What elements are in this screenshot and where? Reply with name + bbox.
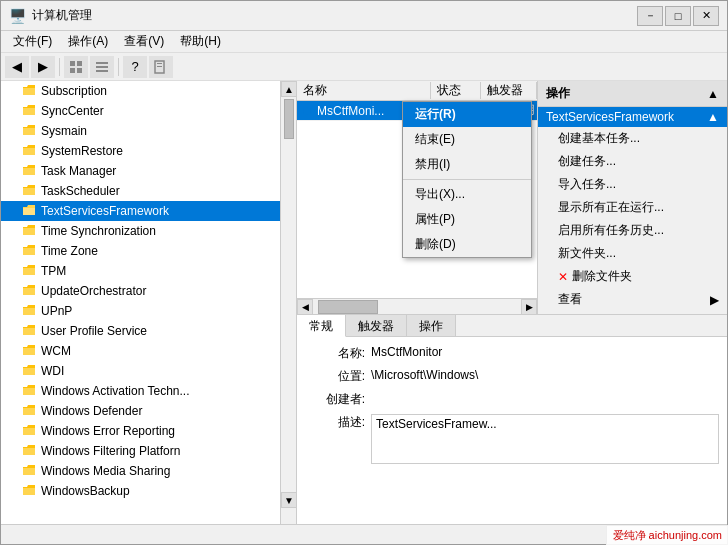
ops-delete-folder[interactable]: ✕ 删除文件夹 (538, 265, 727, 288)
ctx-run[interactable]: 运行(R) (403, 102, 531, 127)
table-horizontal-scrollbar[interactable]: ◀ ▶ (297, 298, 537, 314)
folder-icon (21, 383, 37, 399)
export-button[interactable] (149, 56, 173, 78)
ctx-properties[interactable]: 属性(P) (403, 207, 531, 232)
sidebar-item-wcm[interactable]: WCM (1, 341, 296, 361)
sidebar-item-userprofile[interactable]: User Profile Service (1, 321, 296, 341)
sidebar-scroll-container[interactable]: Subscription SyncCenter Sysmain (1, 81, 296, 524)
tab-actions[interactable]: 操作 (407, 315, 456, 336)
scroll-track[interactable] (313, 299, 521, 314)
sidebar-item-textservices[interactable]: TextServicesFramework (1, 201, 296, 221)
menu-help[interactable]: 帮助(H) (172, 31, 229, 52)
window-frame: 🖥️ 计算机管理 － □ ✕ 文件(F) 操作(A) 查看(V) 帮助(H) ◀… (0, 0, 728, 545)
ops-show-running[interactable]: 显示所有正在运行... (538, 196, 727, 219)
sidebar-item-taskscheduler[interactable]: TaskScheduler (1, 181, 296, 201)
sidebar-item-synccenter[interactable]: SyncCenter (1, 101, 296, 121)
sidebar-item-upnp[interactable]: UPnP (1, 301, 296, 321)
operations-panel: 操作 ▲ TextServicesFramework ▲ 创建基本任务... 创… (537, 81, 727, 314)
tab-triggers[interactable]: 触发器 (346, 315, 407, 336)
sidebar-label-timezone: Time Zone (41, 244, 98, 258)
detail-content: 名称: MsCtfMonitor 位置: \Microsoft\Windows\… (297, 337, 727, 472)
sidebar-label-sysmain: Sysmain (41, 124, 87, 138)
ops-view[interactable]: 查看 ▶ (538, 288, 727, 311)
detail-tabs: 常规 触发器 操作 (297, 315, 727, 337)
sidebar-label-systemrestore: SystemRestore (41, 144, 123, 158)
scroll-right-button[interactable]: ▶ (521, 299, 537, 315)
scroll-h-thumb[interactable] (318, 300, 378, 314)
ops-enable-history[interactable]: 启用所有任务历史... (538, 219, 727, 242)
folder-icon (21, 443, 37, 459)
sidebar-item-sysmain[interactable]: Sysmain (1, 121, 296, 141)
folder-icon (21, 203, 37, 219)
sidebar-item-windowsfiltering[interactable]: Windows Filtering Platforn (1, 441, 296, 461)
th-status[interactable]: 状态 (431, 82, 481, 99)
menu-action[interactable]: 操作(A) (60, 31, 116, 52)
back-button[interactable]: ◀ (5, 56, 29, 78)
sidebar-item-timesync[interactable]: Time Synchronization (1, 221, 296, 241)
menu-view[interactable]: 查看(V) (116, 31, 172, 52)
sidebar-item-windowsmediasharing[interactable]: Windows Media Sharing (1, 461, 296, 481)
th-trigger[interactable]: 触发器 (481, 82, 537, 99)
sidebar-label-wdi: WDI (41, 364, 64, 378)
description-value: TextServicesFramew... (371, 414, 719, 464)
ops-collapse-icon[interactable]: ▲ (707, 87, 719, 101)
close-button[interactable]: ✕ (693, 6, 719, 26)
title-bar: 🖥️ 计算机管理 － □ ✕ (1, 1, 727, 31)
sidebar-item-windowserrorreporting[interactable]: Windows Error Reporting (1, 421, 296, 441)
window-title: 计算机管理 (32, 7, 92, 24)
sidebar-label-windowsdefender: Windows Defender (41, 404, 142, 418)
name-label: 名称: (305, 345, 365, 362)
minimize-button[interactable]: － (637, 6, 663, 26)
sidebar-label-userprofile: User Profile Service (41, 324, 147, 338)
ops-new-folder[interactable]: 新文件夹... (538, 242, 727, 265)
tab-general[interactable]: 常规 (297, 315, 346, 337)
sidebar-label-timesync: Time Synchronization (41, 224, 156, 238)
sidebar-label-tpm: TPM (41, 264, 66, 278)
delete-folder-icon: ✕ (558, 270, 568, 284)
ctx-end[interactable]: 结束(E) (403, 127, 531, 152)
scroll-thumb[interactable] (284, 99, 294, 139)
scroll-left-button[interactable]: ◀ (297, 299, 313, 315)
scroll-up-arrow[interactable]: ▲ (281, 81, 297, 97)
ops-section-collapse[interactable]: ▲ (707, 110, 719, 124)
sidebar-label-windowsmediasharing: Windows Media Sharing (41, 464, 170, 478)
folder-icon (21, 403, 37, 419)
ctx-export[interactable]: 导出(X)... (403, 182, 531, 207)
ops-create-task[interactable]: 创建任务... (538, 150, 727, 173)
forward-button[interactable]: ▶ (31, 56, 55, 78)
sidebar-item-taskmanager[interactable]: Task Manager (1, 161, 296, 181)
app-icon: 🖥️ (9, 8, 26, 24)
sidebar-item-subscription[interactable]: Subscription (1, 81, 296, 101)
ops-enable-history-label: 启用所有任务历史... (558, 222, 664, 239)
maximize-button[interactable]: □ (665, 6, 691, 26)
sidebar-item-windowsactivation[interactable]: Windows Activation Techn... (1, 381, 296, 401)
show-hide-button[interactable] (64, 56, 88, 78)
watermark: 爱纯净 aichunjing.com (606, 525, 728, 545)
ctx-disable[interactable]: 禁用(I) (403, 152, 531, 177)
sidebar-item-wdi[interactable]: WDI (1, 361, 296, 381)
sidebar-item-windowsdefender[interactable]: Windows Defender (1, 401, 296, 421)
sidebar-item-systemrestore[interactable]: SystemRestore (1, 141, 296, 161)
folder-icon (21, 323, 37, 339)
table-header: 名称 状态 触发器 (297, 81, 537, 101)
help-button[interactable]: ? (123, 56, 147, 78)
folder-icon (21, 363, 37, 379)
menu-file[interactable]: 文件(F) (5, 31, 60, 52)
list-button[interactable] (90, 56, 114, 78)
context-menu: 运行(R) 结束(E) 禁用(I) 导出(X)... 属性(P) 删除(D) (402, 101, 532, 258)
location-value: \Microsoft\Windows\ (371, 368, 719, 385)
sidebar-item-updateorchestrator[interactable]: UpdateOrchestrator (1, 281, 296, 301)
scroll-down-arrow[interactable]: ▼ (281, 492, 297, 508)
folder-icon (21, 223, 37, 239)
sidebar-item-windowsbackup[interactable]: WindowsBackup (1, 481, 296, 501)
sidebar-item-tpm[interactable]: TPM (1, 261, 296, 281)
sidebar-item-timezone[interactable]: Time Zone (1, 241, 296, 261)
th-name[interactable]: 名称 (297, 82, 431, 99)
description-label: 描述: (305, 414, 365, 464)
svg-rect-5 (96, 66, 108, 68)
sidebar-scrollbar[interactable]: ▲ ▼ (280, 81, 296, 524)
ctx-delete[interactable]: 删除(D) (403, 232, 531, 257)
ops-import[interactable]: 导入任务... (538, 173, 727, 196)
ops-title: 操作 (546, 85, 570, 102)
ops-create-basic[interactable]: 创建基本任务... (538, 127, 727, 150)
